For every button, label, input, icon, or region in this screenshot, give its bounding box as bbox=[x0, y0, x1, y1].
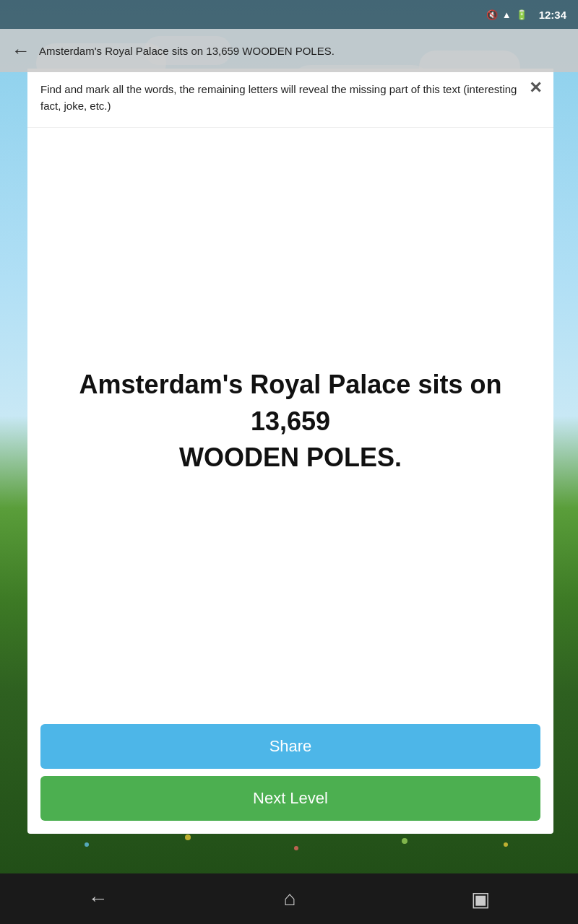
share-button[interactable]: Share bbox=[40, 724, 540, 769]
home-nav-icon[interactable]: ⌂ bbox=[284, 887, 296, 910]
battery-icon: 🔋 bbox=[516, 9, 527, 20]
top-nav: ← Amsterdam's Royal Palace sits on 13,65… bbox=[0, 29, 578, 72]
info-box: Find and mark all the words, the remaini… bbox=[27, 69, 553, 128]
puzzle-area: Amsterdam's Royal Palace sits on 13,659W… bbox=[27, 128, 553, 715]
buttons-area: Share Next Level bbox=[27, 715, 553, 834]
revealed-text: Amsterdam's Royal Palace sits on 13,659W… bbox=[49, 367, 532, 476]
status-bar: 🔇 ▲ 🔋 12:34 bbox=[0, 0, 578, 29]
recent-nav-icon[interactable]: ▣ bbox=[471, 887, 490, 911]
info-text: Find and mark all the words, the remaini… bbox=[40, 83, 517, 112]
back-button[interactable]: ← bbox=[12, 40, 30, 62]
back-nav-icon[interactable]: ← bbox=[88, 887, 108, 910]
close-button[interactable]: ✕ bbox=[529, 79, 542, 97]
modal-card: Find and mark all the words, the remaini… bbox=[27, 69, 553, 834]
next-level-button[interactable]: Next Level bbox=[40, 776, 540, 821]
bottom-nav: ← ⌂ ▣ bbox=[0, 873, 578, 924]
hint-text: Amsterdam's Royal Palace sits on 13,659 … bbox=[39, 45, 566, 57]
volume-mute-icon: 🔇 bbox=[486, 9, 498, 20]
clock: 12:34 bbox=[539, 9, 566, 21]
status-icons: 🔇 ▲ 🔋 bbox=[486, 9, 527, 20]
wifi-icon: ▲ bbox=[502, 9, 512, 20]
